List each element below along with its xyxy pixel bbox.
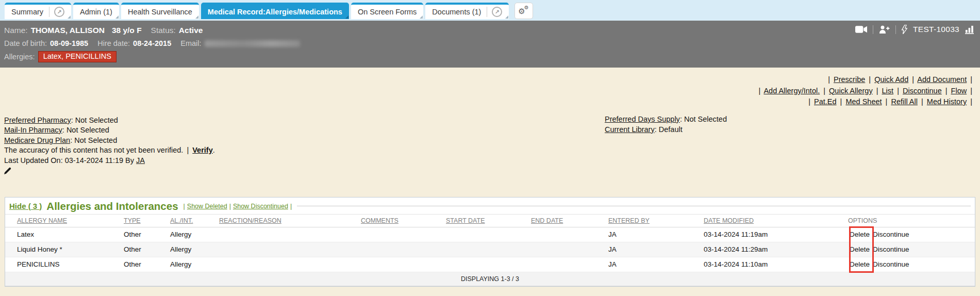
pat-ed-link[interactable]: Pat.Ed: [814, 97, 837, 106]
add-document-link[interactable]: Add Document: [917, 75, 967, 84]
cell-date-modified: 03-14-2024 11:29am: [704, 245, 848, 253]
app-window: Summary ↗ Admin (1) Health Surveillance …: [0, 0, 980, 296]
pipe-separator: |: [229, 203, 231, 210]
pipe-separator: |: [970, 87, 972, 95]
current-library-link[interactable]: Current Library: [605, 125, 655, 134]
tab-health-surveillance-label: Health Surveillance: [128, 8, 192, 16]
tab-summary[interactable]: Summary ↗: [5, 3, 71, 19]
cell-al-int: Allergy: [170, 231, 219, 238]
allergies-table-body: Latex Other Allergy JA 03-14-2024 11:19a…: [5, 227, 975, 272]
pipe-separator: |: [912, 75, 914, 84]
col-allergy-name[interactable]: ALLERGY NAME: [17, 217, 124, 224]
pipe-separator: |: [945, 87, 948, 95]
verify-notice-text: The accuracy of this content has not yet…: [4, 146, 183, 154]
bar-chart-icon[interactable]: [965, 25, 975, 34]
cell-allergy-name: Liquid Honey *: [17, 245, 124, 253]
pipe-separator: |: [886, 97, 888, 106]
preferred-days-supply-line: Preferred Days Supply: Not Selected: [605, 114, 727, 125]
current-library-line: Current Library: Default: [605, 125, 727, 135]
tab-admin-label: Admin (1): [80, 8, 112, 16]
video-camera-icon[interactable]: [855, 26, 867, 33]
settings-button[interactable]: ⚙ ⚙: [514, 3, 533, 19]
email-value-redacted: [205, 40, 300, 47]
pipe-separator: |: [970, 75, 972, 84]
add-allergy-intol-link[interactable]: Add Allergy/Intol.: [763, 87, 820, 95]
cell-date-modified: 03-14-2024 11:19am: [704, 231, 848, 238]
tab-on-screen-forms-label: On Screen Forms: [358, 8, 417, 16]
col-type[interactable]: TYPE: [124, 217, 170, 224]
discontinue-link[interactable]: Discontinue: [873, 245, 909, 253]
allergies-table-header: ALLERGY NAME TYPE AL./INT. REACTION/REAS…: [5, 214, 975, 227]
refill-all-link[interactable]: Refill All: [891, 97, 918, 106]
pipe-separator: |: [897, 87, 899, 95]
show-deleted-link[interactable]: Show Deleted: [187, 203, 227, 210]
flow-link[interactable]: Flow: [951, 87, 967, 95]
med-history-link[interactable]: Med History: [927, 97, 967, 106]
colon: :: [655, 125, 657, 134]
pipe-separator: |: [970, 97, 972, 106]
list-link[interactable]: List: [882, 87, 894, 95]
delete-link[interactable]: Delete: [850, 231, 870, 238]
col-entered-by[interactable]: ENTERED BY: [608, 217, 704, 224]
tab-medical-record-allergies-medications[interactable]: Medical Record:Allergies/Medications: [201, 3, 349, 19]
preferred-pharmacy-value: Not Selected: [75, 116, 118, 124]
pipe-separator: |: [921, 97, 923, 106]
verify-link[interactable]: Verify: [192, 146, 213, 154]
heading-rule: [297, 206, 971, 206]
patient-age-sex: 38 y/o F: [112, 26, 142, 35]
tab-documents[interactable]: Documents (1) ↗: [425, 3, 509, 19]
cell-date-modified: 03-14-2024 11:10am: [704, 260, 848, 268]
add-person-icon[interactable]: [879, 25, 890, 34]
med-sheet-link[interactable]: Med Sheet: [845, 97, 882, 106]
cell-options: Delete Discontinue: [848, 231, 975, 238]
name-label: Name:: [4, 26, 28, 35]
col-comments[interactable]: COMMENTS: [361, 217, 446, 224]
last-updated-line: Last Updated On: 03-14-2024 11:19 By JA: [4, 156, 371, 166]
cell-type: Other: [124, 245, 170, 253]
col-reaction-reason[interactable]: REACTION/REASON: [219, 217, 361, 224]
mail-in-pharmacy-link[interactable]: Mail-In Pharmacy: [4, 126, 62, 134]
preferred-pharmacy-link[interactable]: Preferred Pharmacy: [4, 116, 71, 124]
last-updated-by-link[interactable]: JA: [136, 156, 145, 165]
discontinue-link[interactable]: Discontinue: [903, 87, 942, 95]
delete-link[interactable]: Delete: [850, 260, 870, 268]
discontinue-link[interactable]: Discontinue: [873, 260, 909, 268]
dob-value: 08-09-1985: [50, 39, 88, 47]
col-date-modified[interactable]: DATE MODIFIED: [704, 217, 848, 224]
open-external-icon[interactable]: ↗: [492, 7, 502, 17]
preferred-pharmacy-line: Preferred Pharmacy: Not Selected: [4, 116, 371, 126]
pipe-separator: |: [823, 87, 825, 95]
discontinue-link[interactable]: Discontinue: [873, 231, 909, 238]
quick-allergy-link[interactable]: Quick Allergy: [829, 87, 873, 95]
last-updated-text: Last Updated On: 03-14-2024 11:19 By: [4, 156, 134, 165]
delete-link[interactable]: Delete: [850, 245, 870, 253]
lightning-bolt-icon[interactable]: [902, 25, 907, 34]
show-discontinued-link[interactable]: Show Discontinued: [233, 203, 288, 210]
header-icon-group: TEST-10033: [855, 25, 975, 34]
col-al-int[interactable]: AL./INT.: [170, 217, 219, 224]
action-links-row-3: | Pat.Ed | Med Sheet | Refill All | Med …: [6, 96, 974, 108]
medicare-drug-plan-line: Medicare Drug Plan: Not Selected: [4, 136, 371, 146]
medicare-drug-plan-link[interactable]: Medicare Drug Plan: [4, 136, 70, 144]
cell-options: Delete Discontinue: [848, 260, 975, 268]
mail-in-pharmacy-value: Not Selected: [67, 126, 109, 134]
cell-al-int: Allergy: [170, 260, 219, 268]
edit-pencil-icon[interactable]: [4, 167, 11, 177]
station-id-label: TEST-10033: [913, 25, 959, 34]
prescribe-link[interactable]: Prescribe: [834, 75, 865, 84]
quick-add-link[interactable]: Quick Add: [874, 75, 908, 84]
tab-admin[interactable]: Admin (1): [73, 3, 119, 19]
tab-health-surveillance[interactable]: Health Surveillance: [121, 3, 199, 19]
cell-entered-by: JA: [608, 245, 704, 253]
patient-name-row: Name: THOMAS, ALLISON 38 y/o F Status: A…: [4, 23, 976, 37]
hide-toggle-link[interactable]: Hide ( 3 ): [9, 202, 42, 210]
pharmacy-info: Preferred Pharmacy: Not Selected Mail-In…: [0, 108, 371, 177]
table-row-latex: Latex Other Allergy JA 03-14-2024 11:19a…: [5, 227, 975, 242]
preferred-days-supply-link[interactable]: Preferred Days Supply: [605, 115, 680, 123]
current-library-value: Default: [659, 125, 683, 134]
tab-on-screen-forms[interactable]: On Screen Forms: [351, 3, 423, 19]
col-start-date[interactable]: START DATE: [446, 217, 531, 224]
open-external-icon[interactable]: ↗: [54, 7, 64, 17]
pipe-separator: |: [187, 146, 189, 154]
col-end-date[interactable]: END DATE: [531, 217, 608, 224]
